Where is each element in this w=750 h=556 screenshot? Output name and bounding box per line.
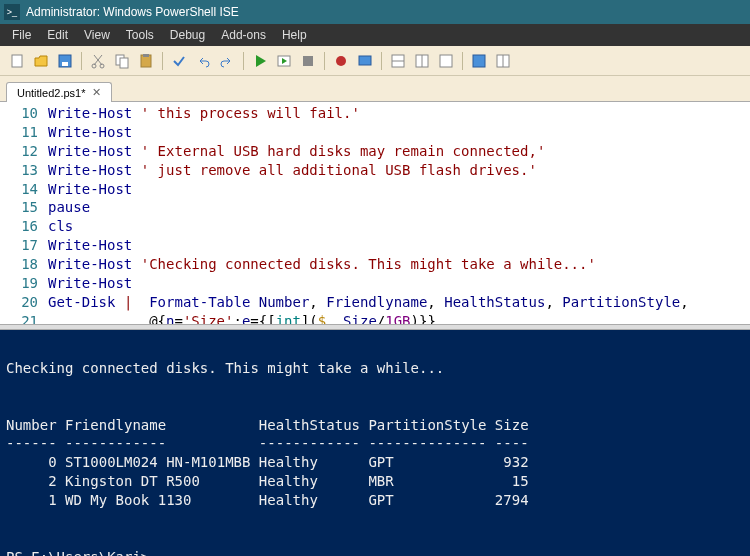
- code-content: Write-Host: [48, 180, 750, 199]
- save-button[interactable]: [54, 50, 76, 72]
- run-selection-button[interactable]: [273, 50, 295, 72]
- layout-3-button[interactable]: [435, 50, 457, 72]
- menu-file[interactable]: File: [4, 28, 39, 42]
- tab-bar: Untitled2.ps1* ✕: [0, 76, 750, 102]
- console-line: Number Friendlyname HealthStatus Partiti…: [6, 416, 744, 435]
- console-line: 0 ST1000LM024 HN-M101MBB Healthy GPT 932: [6, 453, 744, 472]
- menu-bar: File Edit View Tools Debug Add-ons Help: [0, 24, 750, 46]
- stop-button[interactable]: [297, 50, 319, 72]
- line-number: 13: [0, 161, 48, 180]
- toolbar-separator: [381, 52, 382, 70]
- console-line: [6, 529, 744, 548]
- code-line: 11Write-Host: [0, 123, 750, 142]
- toolbar-separator: [243, 52, 244, 70]
- console-line: ------ ------------ ------------ -------…: [6, 434, 744, 453]
- code-content: Write-Host: [48, 123, 750, 142]
- line-number: 12: [0, 142, 48, 161]
- menu-debug[interactable]: Debug: [162, 28, 213, 42]
- svg-point-11: [336, 56, 346, 66]
- svg-rect-8: [143, 54, 149, 57]
- tab-untitled2[interactable]: Untitled2.ps1* ✕: [6, 82, 112, 102]
- line-number: 10: [0, 104, 48, 123]
- console-line: [6, 340, 744, 359]
- console-line: PS E:\Users\Kari> _: [6, 548, 744, 556]
- svg-rect-0: [12, 55, 22, 67]
- svg-rect-10: [303, 56, 313, 66]
- copy-button[interactable]: [111, 50, 133, 72]
- code-content: Write-Host: [48, 236, 750, 255]
- line-number: 16: [0, 217, 48, 236]
- script-editor[interactable]: 10Write-Host ' this process will fail.'1…: [0, 102, 750, 324]
- svg-rect-17: [440, 55, 452, 67]
- line-number: 17: [0, 236, 48, 255]
- code-line: 13Write-Host ' just remove all additiona…: [0, 161, 750, 180]
- menu-edit[interactable]: Edit: [39, 28, 76, 42]
- code-line: 21 @{n='Size';e={[int]($_.Size/1GB)}}: [0, 312, 750, 324]
- clear-button[interactable]: [168, 50, 190, 72]
- code-content: cls: [48, 217, 750, 236]
- console-line: [6, 510, 744, 529]
- toolbar-separator: [324, 52, 325, 70]
- new-button[interactable]: [6, 50, 28, 72]
- code-line: 12Write-Host ' External USB hard disks m…: [0, 142, 750, 161]
- code-line: 17Write-Host: [0, 236, 750, 255]
- menu-addons[interactable]: Add-ons: [213, 28, 274, 42]
- svg-rect-18: [473, 55, 485, 67]
- line-number: 18: [0, 255, 48, 274]
- open-button[interactable]: [30, 50, 52, 72]
- paste-button[interactable]: [135, 50, 157, 72]
- run-button[interactable]: [249, 50, 271, 72]
- console-line: Checking connected disks. This might tak…: [6, 359, 744, 378]
- show-command-button[interactable]: [492, 50, 514, 72]
- code-line: 19Write-Host: [0, 274, 750, 293]
- line-number: 14: [0, 180, 48, 199]
- console-line: [6, 378, 744, 397]
- line-number: 11: [0, 123, 48, 142]
- breakpoint-button[interactable]: [330, 50, 352, 72]
- code-line: 14Write-Host: [0, 180, 750, 199]
- svg-rect-6: [120, 58, 128, 68]
- code-content: @{n='Size';e={[int]($_.Size/1GB)}}: [48, 312, 750, 324]
- code-line: 18Write-Host 'Checking connected disks. …: [0, 255, 750, 274]
- svg-rect-2: [62, 62, 68, 66]
- line-number: 20: [0, 293, 48, 312]
- window-title: Administrator: Windows PowerShell ISE: [26, 5, 239, 19]
- app-icon: >_: [4, 4, 20, 20]
- undo-button[interactable]: [192, 50, 214, 72]
- code-content: pause: [48, 198, 750, 217]
- toolbar-separator: [81, 52, 82, 70]
- toolbar: [0, 46, 750, 76]
- title-bar: >_ Administrator: Windows PowerShell ISE: [0, 0, 750, 24]
- redo-button[interactable]: [216, 50, 238, 72]
- code-content: Write-Host 'Checking connected disks. Th…: [48, 255, 750, 274]
- line-number: 19: [0, 274, 48, 293]
- code-line: 15pause: [0, 198, 750, 217]
- code-line: 20Get-Disk | Format-Table Number, Friend…: [0, 293, 750, 312]
- line-number: 15: [0, 198, 48, 217]
- code-line: 16cls: [0, 217, 750, 236]
- cut-button[interactable]: [87, 50, 109, 72]
- console-line: 1 WD My Book 1130 Healthy GPT 2794: [6, 491, 744, 510]
- toolbar-separator: [162, 52, 163, 70]
- code-line: 10Write-Host ' this process will fail.': [0, 104, 750, 123]
- toolbar-separator: [462, 52, 463, 70]
- remote-button[interactable]: [354, 50, 376, 72]
- line-number: 21: [0, 312, 48, 324]
- code-content: Write-Host ' this process will fail.': [48, 104, 750, 123]
- code-content: Write-Host ' just remove all additional …: [48, 161, 750, 180]
- menu-view[interactable]: View: [76, 28, 118, 42]
- code-content: Get-Disk | Format-Table Number, Friendly…: [48, 293, 750, 312]
- code-content: Write-Host ' External USB hard disks may…: [48, 142, 750, 161]
- svg-rect-12: [359, 56, 371, 65]
- layout-2-button[interactable]: [411, 50, 433, 72]
- console-line: 2 Kingston DT R500 Healthy MBR 15: [6, 472, 744, 491]
- tab-label: Untitled2.ps1*: [17, 87, 86, 99]
- menu-help[interactable]: Help: [274, 28, 315, 42]
- console-pane[interactable]: Checking connected disks. This might tak…: [0, 330, 750, 556]
- layout-1-button[interactable]: [387, 50, 409, 72]
- code-content: Write-Host: [48, 274, 750, 293]
- console-line: [6, 397, 744, 416]
- menu-tools[interactable]: Tools: [118, 28, 162, 42]
- command-addon-button[interactable]: [468, 50, 490, 72]
- close-icon[interactable]: ✕: [92, 86, 101, 99]
